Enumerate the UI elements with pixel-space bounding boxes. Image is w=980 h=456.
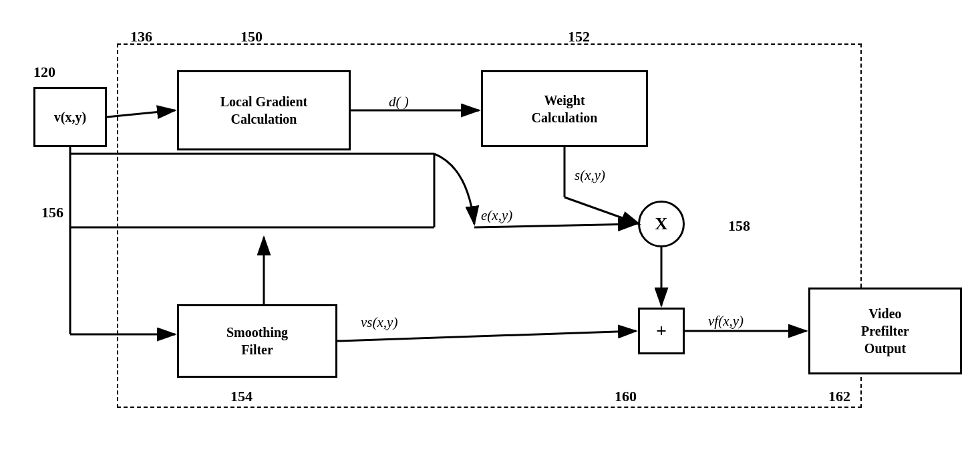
ref-158: 158: [728, 217, 750, 235]
smoothing-filter-block: SmoothingFilter: [177, 304, 337, 378]
adder-sym: +: [656, 320, 667, 342]
multiplier-sym: X: [655, 214, 668, 234]
ref-120: 120: [33, 64, 55, 81]
local-gradient-label: Local GradientCalculation: [220, 93, 308, 128]
diagram-container: v(x,y) Local GradientCalculation WeightC…: [0, 0, 980, 456]
ref-156: 156: [41, 204, 63, 221]
ref-152: 152: [568, 28, 590, 45]
weight-calc-block: WeightCalculation: [481, 70, 648, 147]
smoothing-filter-label: SmoothingFilter: [226, 324, 288, 358]
ref-162: 162: [828, 388, 850, 405]
video-prefilter-block: VideoPrefilterOutput: [808, 288, 962, 374]
video-prefilter-label: VideoPrefilterOutput: [861, 305, 909, 357]
signal-exy-label: e(x,y): [481, 207, 512, 224]
input-label: v(x,y): [54, 108, 86, 126]
ref-150: 150: [240, 28, 263, 45]
signal-vsxy-label: vs(x,y): [361, 314, 397, 331]
adder-block: +: [638, 308, 685, 354]
ref-136: 136: [130, 28, 152, 45]
input-block: v(x,y): [33, 87, 107, 147]
local-gradient-block: Local GradientCalculation: [177, 70, 351, 150]
ref-160: 160: [615, 388, 637, 405]
signal-vfxy-label: vf(x,y): [708, 313, 744, 330]
ref-154: 154: [230, 388, 253, 405]
signal-sxy-label: s(x,y): [575, 167, 605, 184]
weight-calc-label: WeightCalculation: [532, 92, 598, 126]
multiplier-block: X: [638, 201, 685, 247]
signal-d-label: d( ): [389, 94, 409, 110]
